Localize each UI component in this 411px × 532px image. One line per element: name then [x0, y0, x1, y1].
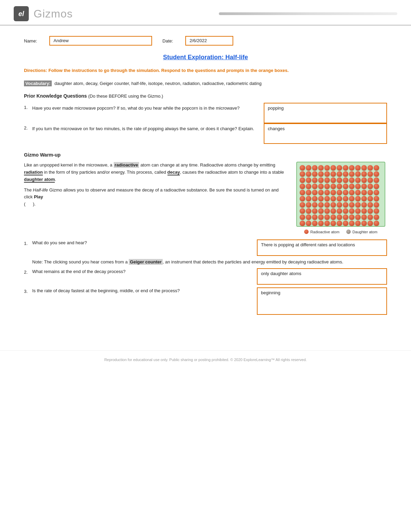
atom-grid — [296, 162, 385, 227]
warmup-q1-answer[interactable]: There is popping at different rates and … — [257, 239, 387, 256]
atom-dot — [331, 221, 336, 226]
atom-dot — [374, 190, 379, 195]
question-num-1: 1. — [24, 103, 32, 123]
warmup-q2-num: 2. — [24, 268, 32, 275]
footer-text: Reproduction for educational use only. P… — [104, 358, 307, 362]
page-title: Student Exploration: Half-life — [24, 54, 387, 61]
directions-text: Directions: Follow the instructions to g… — [24, 67, 387, 74]
atom-dot — [368, 165, 373, 171]
answer-cell-2: changes — [264, 123, 387, 144]
atom-dot — [374, 165, 379, 171]
atom-dot — [312, 184, 317, 189]
atom-dot — [349, 214, 354, 220]
atom-dot — [312, 221, 317, 226]
prior-knowledge-subheading: (Do these BEFORE using the Gizmo.) — [88, 94, 163, 99]
answer-box-1[interactable]: popping — [264, 103, 387, 123]
atom-dot — [361, 196, 367, 201]
atom-dot — [318, 177, 324, 183]
atom-dot — [343, 184, 348, 189]
name-input[interactable]: Andrew — [49, 36, 152, 46]
atom-dot — [324, 177, 330, 183]
atom-dot — [349, 165, 354, 171]
atom-dot — [306, 177, 311, 183]
warmup-paragraph-1: Like an unpopped kernel in the microwave… — [24, 162, 286, 183]
vocabulary-terms: daughter atom, decay, Geiger counter, ha… — [54, 81, 262, 86]
atom-dot — [306, 190, 311, 195]
date-input[interactable]: 2/6/2022 — [185, 36, 233, 46]
warmup-q3-answer[interactable]: beginning — [257, 287, 387, 315]
question-text-2: If you turn the microwave on for two min… — [32, 123, 264, 144]
atom-dot — [343, 202, 348, 208]
atom-dot — [300, 177, 305, 183]
warmup-q2-answer[interactable]: only daughter atoms — [257, 268, 387, 285]
atom-dot — [312, 202, 317, 208]
play-button-reference: Play — [34, 194, 43, 199]
daughter-legend-label: Daughter atom — [352, 230, 377, 234]
atom-dot — [337, 196, 342, 201]
atom-dot — [374, 208, 379, 214]
answer-cell-1: popping — [264, 103, 387, 123]
atom-dot — [361, 171, 367, 177]
warmup-section: Gizmo Warm-up Like an unpopped kernel in… — [24, 152, 387, 315]
warmup-questions: 1. What do you see and hear? There is po… — [24, 239, 387, 315]
atom-dot — [368, 190, 373, 195]
atom-dot — [318, 208, 324, 214]
atom-dot — [343, 221, 348, 226]
atom-dot — [312, 171, 317, 177]
question-num-2: 2. — [24, 123, 32, 144]
atom-dot — [368, 221, 373, 226]
radiation-term: radiation — [24, 170, 43, 175]
prior-knowledge-heading: Prior Knowledge Questions (Do these BEFO… — [24, 93, 387, 99]
atom-dot — [331, 196, 336, 201]
atom-dot — [368, 184, 373, 189]
atom-dot — [349, 184, 354, 189]
atom-dot — [343, 171, 348, 177]
answer-box-2[interactable]: changes — [264, 123, 387, 144]
atom-dot — [318, 190, 324, 195]
atom-dot — [355, 196, 361, 201]
table-row: 2. If you turn the microwave on for two … — [24, 123, 387, 144]
atom-dot — [361, 221, 367, 226]
atom-dot — [318, 221, 324, 226]
question-text-1: Have you ever made microwave popcorn? If… — [32, 103, 264, 123]
atom-dot — [337, 221, 342, 226]
warmup-q2-content: What remains at the end of the decay pro… — [32, 268, 387, 285]
logo-icon: el — [18, 10, 24, 18]
atom-dot — [337, 165, 342, 171]
atom-dot — [300, 165, 305, 171]
atom-dot — [361, 177, 367, 183]
atom-dot — [306, 214, 311, 220]
warmup-layout: Like an unpopped kernel in the microwave… — [24, 162, 387, 234]
atom-dot — [361, 214, 367, 220]
footer: Reproduction for educational use only. P… — [0, 350, 411, 369]
atom-dot — [349, 171, 354, 177]
atom-dot — [324, 190, 330, 195]
atom-dot — [349, 190, 354, 195]
atom-dot — [331, 165, 336, 171]
atom-dot — [306, 221, 311, 226]
atom-dot — [337, 177, 342, 183]
warmup-q3-num: 3. — [24, 287, 32, 294]
vocabulary-section: Vocabulary: daughter atom, decay, Geiger… — [24, 80, 387, 87]
atom-dot — [318, 171, 324, 177]
atom-dot — [300, 171, 305, 177]
atom-dot — [343, 214, 348, 220]
warmup-q1-row: 1. What do you see and hear? There is po… — [24, 239, 387, 256]
atom-dot — [337, 171, 342, 177]
atom-dot — [349, 202, 354, 208]
warmup-q1-content: What do you see and hear? There is poppi… — [32, 239, 387, 256]
atom-dot — [312, 196, 317, 201]
atom-dot — [374, 202, 379, 208]
atom-dot — [355, 171, 361, 177]
atom-dot — [300, 202, 305, 208]
atom-dot — [368, 177, 373, 183]
atom-dot — [324, 221, 330, 226]
brand-name: Gizmos — [34, 8, 212, 20]
atom-dot — [318, 184, 324, 189]
prior-knowledge-section: Prior Knowledge Questions (Do these BEFO… — [24, 93, 387, 144]
atom-dot — [368, 202, 373, 208]
atom-dot — [306, 208, 311, 214]
atom-dot — [361, 165, 367, 171]
atom-dot — [300, 208, 305, 214]
atom-dot — [300, 190, 305, 195]
